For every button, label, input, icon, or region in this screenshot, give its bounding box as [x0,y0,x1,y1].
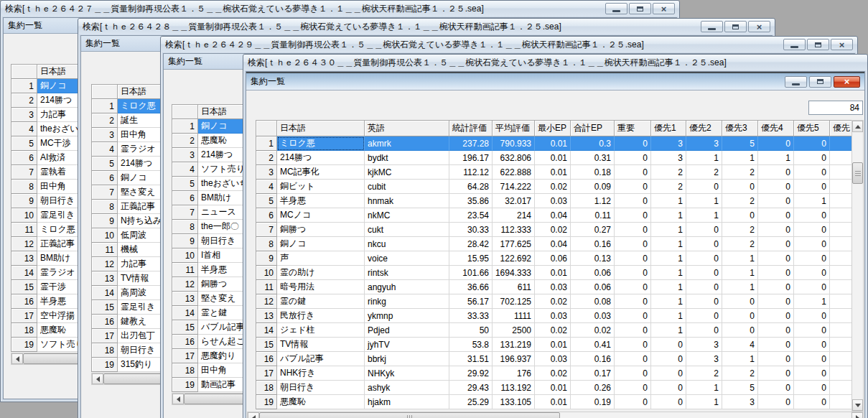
value-cell[interactable]: 196.17 [449,151,493,165]
minimize-button[interactable] [783,39,806,50]
value-cell[interactable] [830,237,852,251]
value-cell[interactable]: 1 [651,309,686,323]
value-cell[interactable]: 714.222 [493,180,535,194]
row-number-cell[interactable]: 13 [172,292,198,306]
value-cell[interactable]: 0.03 [535,194,571,208]
minimize-button[interactable] [701,21,723,32]
value-cell[interactable]: 0.03 [535,352,571,366]
row-number-cell[interactable]: 15 [11,280,37,294]
value-cell[interactable] [830,165,852,180]
value-cell[interactable]: 1 [758,151,794,165]
english-cell[interactable]: kjkMC [365,165,449,180]
japanese-cell[interactable]: 朝日行き [277,381,365,395]
value-cell[interactable]: 1 [686,395,722,409]
row-number-cell[interactable]: 13 [256,309,277,323]
row-number-cell[interactable]: 14 [92,286,118,300]
value-cell[interactable]: 0 [686,309,722,323]
close-button[interactable]: × [653,3,675,14]
value-cell[interactable]: 0 [758,294,794,309]
japanese-cell[interactable]: 半身悪 [277,194,365,208]
value-cell[interactable]: 1 [722,151,758,165]
row-number-cell[interactable]: 17 [92,329,118,343]
value-cell[interactable]: 1 [651,223,686,237]
english-cell[interactable]: NHKyk [365,366,449,381]
value-cell[interactable]: 0 [686,237,722,251]
value-cell[interactable]: 0 [794,266,830,280]
japanese-cell[interactable]: 暗号用法 [277,280,365,294]
japanese-cell[interactable]: TV情報 [277,338,365,352]
value-cell[interactable]: 0.02 [535,223,571,237]
japanese-cell[interactable]: バブル記事 [277,352,365,366]
value-cell[interactable]: 0 [615,237,651,251]
row-number-cell[interactable]: 5 [256,194,277,208]
english-cell[interactable]: nkMC [365,208,449,223]
japanese-cell[interactable]: MCノコ [277,208,365,223]
row-number-cell[interactable]: 1 [11,79,37,93]
row-number-cell[interactable]: 6 [172,191,198,205]
japanese-cell[interactable]: 民放行き [277,309,365,323]
row-number-cell[interactable]: 19 [92,358,118,372]
value-cell[interactable]: 0 [794,395,830,409]
row-number-cell[interactable]: 5 [92,157,118,171]
value-cell[interactable]: 0.06 [571,266,615,280]
value-cell[interactable]: 0.04 [535,237,571,251]
value-cell[interactable]: 0 [794,223,830,237]
row-number-cell[interactable]: 10 [172,249,198,263]
row-number-cell[interactable]: 8 [11,180,37,194]
row-number-cell[interactable]: 16 [92,315,118,329]
search-window-26430[interactable]: 検索[ｔｈｅ２６４３０＿＿質量制御再現公表１．５＿＿椀状石覚えている夢導き１．１… [243,54,868,418]
row-number-cell[interactable]: 15 [256,338,277,352]
row-number-cell[interactable]: 7 [92,185,118,200]
value-cell[interactable]: 1 [794,194,830,208]
close-button[interactable]: × [831,39,853,50]
close-button[interactable]: × [748,21,770,32]
value-cell[interactable]: 790.933 [493,136,535,151]
english-cell[interactable]: jyhTV [365,338,449,352]
row-number-cell[interactable]: 19 [172,378,198,392]
value-cell[interactable]: 0.11 [571,208,615,223]
value-cell[interactable]: 3 [651,136,686,151]
value-cell[interactable]: 1 [686,208,722,223]
japanese-cell[interactable]: 銅勝つ [277,223,365,237]
value-cell[interactable]: 131.219 [493,338,535,352]
row-number-cell[interactable]: 9 [256,251,277,266]
value-cell[interactable]: 0.02 [535,294,571,309]
value-cell[interactable]: 5 [722,136,758,151]
value-cell[interactable]: 1 [651,194,686,208]
value-cell[interactable]: 622.888 [493,165,535,180]
row-number-cell[interactable]: 5 [11,136,37,151]
scroll-left-button[interactable] [172,394,184,404]
row-number-cell[interactable]: 17 [256,366,277,381]
japanese-cell[interactable]: 銅ノコ [277,237,365,251]
value-cell[interactable]: 0 [758,136,794,151]
row-number-cell[interactable]: 16 [256,352,277,366]
japanese-cell[interactable]: NHK行き [277,366,365,381]
value-cell[interactable]: 1 [686,381,722,395]
value-cell[interactable]: 1 [722,352,758,366]
value-cell[interactable]: 0 [615,338,651,352]
row-number-cell[interactable]: 10 [11,208,37,223]
row-number-cell[interactable]: 6 [11,151,37,165]
value-cell[interactable]: 101.66 [449,266,493,280]
value-cell[interactable]: 2 [651,180,686,194]
value-cell[interactable]: 0 [758,338,794,352]
value-cell[interactable]: 196.937 [493,352,535,366]
titlebar[interactable]: 検索[ｔｈｅ２６４２８＿＿質量制御再現公表１．５＿＿椀状石覚えている夢導き１．１… [78,19,775,34]
close-button[interactable]: × [834,76,860,88]
row-number-cell[interactable]: 1 [172,119,198,134]
row-number-cell[interactable]: 18 [92,343,118,358]
value-cell[interactable]: 15.95 [449,251,493,266]
value-cell[interactable] [830,151,852,165]
value-cell[interactable]: 2 [722,223,758,237]
restore-button[interactable] [807,39,829,50]
english-cell[interactable]: ashyk [365,381,449,395]
row-number-cell[interactable]: 4 [172,162,198,177]
value-cell[interactable] [830,251,852,266]
value-cell[interactable]: 0 [615,194,651,208]
value-cell[interactable]: 23.54 [449,208,493,223]
value-cell[interactable]: 0 [615,251,651,266]
row-number-cell[interactable]: 14 [256,323,277,338]
value-cell[interactable]: 64.28 [449,180,493,194]
row-number-cell[interactable]: 8 [256,237,277,251]
english-cell[interactable]: akmrk [365,136,449,151]
